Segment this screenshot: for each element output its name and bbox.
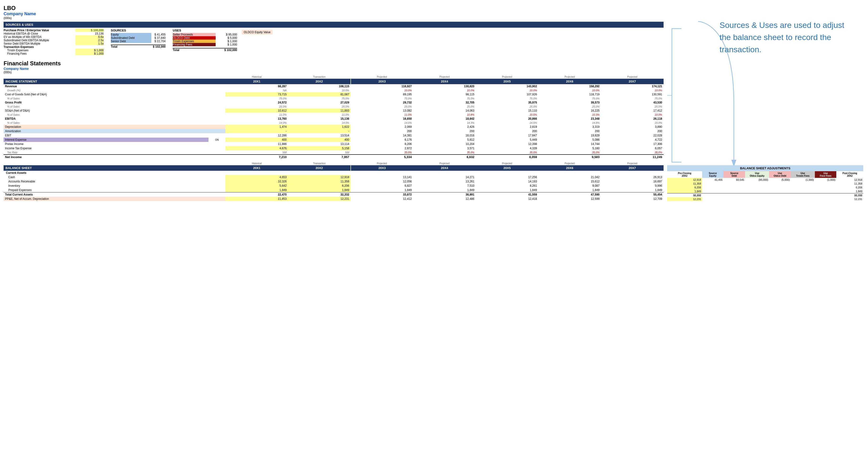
lbo-title: LBO bbox=[4, 5, 663, 11]
gross-profit-row: Gross Profit 24,572 27,029 29,732 32,705… bbox=[4, 100, 663, 105]
balance-sheet-table: Historical Transaction Projected Project… bbox=[4, 162, 663, 201]
balance-sheet-header: BALANCE SHEET bbox=[4, 165, 225, 171]
inventory-label: Inventory bbox=[4, 184, 225, 188]
amortization-label: Amortization bbox=[4, 129, 225, 133]
uses-total-value: $ 102,000 bbox=[216, 48, 237, 52]
rev-20x6: 158,292 bbox=[538, 84, 601, 88]
uses-section: USES Seller Proceeds $ 95,000 OLDCO Debt… bbox=[165, 29, 237, 55]
rev-20x2: 108,115 bbox=[288, 84, 351, 88]
prepaid-row: Prepaid Expenses 1,849 1,849 1,849 1,849… bbox=[4, 188, 663, 193]
ev-mult-label: EV as Multiple of Min EBITDA bbox=[4, 35, 75, 39]
proj4-period-label: Projected bbox=[538, 75, 601, 79]
growth-row: Growth (%) NA 10.0% 10.0% 10.0% 10.0% 10… bbox=[4, 88, 663, 92]
ppe-row: PP&E, Net of Accum. Depreciation 11,853 … bbox=[4, 197, 663, 201]
trnstn-exp-row: Trnstn Expenses $ 1,000 bbox=[4, 49, 104, 52]
seller-proc-label: Seller Proceeds bbox=[173, 33, 216, 36]
post-closing-header: Post-Closing20X2 bbox=[836, 171, 863, 178]
use-oldco-equity-header: UseOldco Equity bbox=[745, 171, 769, 178]
pretax-label: Pretax Income bbox=[4, 142, 225, 146]
sources-label: SOURCES bbox=[111, 29, 165, 32]
adj-cash-use-eq: (95,000) bbox=[745, 178, 769, 182]
purchase-price-section: Purchase Price / Enterprise Value $ 100,… bbox=[4, 29, 104, 55]
total-current-assets-row: Total Current Assets 22,470 32,332 33,87… bbox=[4, 193, 663, 197]
cash-20x1: 4,653 bbox=[225, 175, 288, 179]
adj-prepaid-pre: 1,849 bbox=[667, 189, 702, 194]
is-period-20x4: 20X4 bbox=[413, 79, 476, 84]
growth-label: Growth (%) bbox=[4, 88, 225, 92]
is-period-20x6: 20X6 bbox=[538, 79, 601, 84]
rev-20x1: 98,287 bbox=[225, 84, 288, 88]
sub-debt-mult-value: 2.5x bbox=[75, 39, 104, 42]
senior-debt-mult-row: Senior Debt EBITDA Multiple 1.5x bbox=[4, 42, 104, 45]
ev-multiple-row: EV as Multiple of Min EBITDA 6.6x bbox=[4, 35, 104, 39]
uses-total-label: Total bbox=[173, 48, 216, 52]
left-panel: LBO Company Name (000s) SOURCES & USES P… bbox=[0, 0, 667, 206]
is-period-20x7: 20X7 bbox=[601, 79, 663, 84]
adj-cash-row: 12,918 41,455 60,545 (95,000) (5,000) (1… bbox=[667, 178, 863, 182]
bs-adj-header: BALANCE SHEET ADJUSTMENTS bbox=[667, 165, 863, 171]
fin-stmt-title: Financial Statements bbox=[4, 60, 663, 67]
cash-20x5: 17,256 bbox=[476, 175, 538, 179]
sga-pct-row: % of Sales 11.0% 11.0% 11.0% 10.8% 10.5%… bbox=[4, 113, 663, 117]
sub-debt-mult-label: Subordinated Debt EBITDA Multiple bbox=[4, 39, 75, 42]
pre-closing-header: Pre-Closing20X2 bbox=[667, 171, 702, 178]
rev-20x7: 174,121 bbox=[601, 84, 663, 88]
inventory-row: Inventory 5,642 6,206 6,827 7,510 8,261 … bbox=[4, 184, 663, 188]
fin-fees-use-label: Financing Fees bbox=[173, 43, 216, 46]
oldco-debt-label: OLDCO Debt bbox=[173, 36, 216, 39]
growth-20x2: 10.0% bbox=[288, 88, 351, 92]
bs-header-row: BALANCE SHEET 20X1 20X2 20X3 20X4 20X5 2… bbox=[4, 165, 663, 171]
cash-row: Cash 4,653 12,918 13,141 14,271 17,256 2… bbox=[4, 175, 663, 179]
trxn-expenses-header-row: Transaction Expenses bbox=[4, 45, 104, 49]
proj1-period-label: Projected bbox=[351, 75, 413, 79]
use-trnstn-fees-header: UseTrnstn Fees bbox=[791, 171, 815, 178]
adj-tca-post: 32,332 bbox=[836, 194, 863, 198]
tax-expense-row: Income Tax Expense 4,676 5,158 2,872 3,5… bbox=[4, 146, 663, 150]
seller-proc-value: $ 95,000 bbox=[216, 33, 237, 36]
cogs-20x7: 130,591 bbox=[601, 92, 663, 96]
fin-fees-value: $ 1,000 bbox=[75, 52, 104, 55]
rev-20x4: 130,820 bbox=[413, 84, 476, 88]
adj-cash-src-debt: 60,545 bbox=[723, 178, 745, 182]
rev-20x5: 143,902 bbox=[476, 84, 538, 88]
seller-proceeds-row: Seller Proceeds $ 95,000 bbox=[173, 33, 237, 36]
purchase-price-row: Purchase Price / Enterprise Value $ 100,… bbox=[4, 29, 104, 32]
ebit-label: EBIT bbox=[4, 133, 225, 138]
equity-source-row: Equity $ 41,455 bbox=[111, 33, 165, 36]
adj-cash-use-trn: (1,000) bbox=[791, 178, 815, 182]
cogs-20x5: 107,926 bbox=[476, 92, 538, 96]
ar-label: Accounts Receivable bbox=[4, 179, 225, 184]
uses-total-row: Total $ 102,000 bbox=[173, 48, 237, 52]
use-fnce-fees-header: UseFnce Fees bbox=[815, 171, 836, 178]
senior-debt-src-value: $ 22,704 bbox=[151, 39, 165, 43]
equity-src-label: Equity bbox=[111, 33, 151, 36]
bs-col-header-row: Historical Transaction Projected Project… bbox=[4, 162, 663, 165]
interest-on-label: ON bbox=[209, 138, 226, 142]
senior-debt-source-row: Senior Debt $ 22,704 bbox=[111, 39, 165, 43]
cash-20x6: 21,042 bbox=[538, 175, 601, 179]
brace-graphic bbox=[667, 24, 686, 167]
adj-cash-src-eq: 41,455 bbox=[702, 178, 723, 182]
source-debt-header: SourceDebt bbox=[723, 171, 745, 178]
sources-total-label: Total bbox=[111, 45, 151, 49]
cogs-label: Cost of Goods Sold (Net of D&A) bbox=[4, 92, 225, 96]
ebitda-value: 15,136 bbox=[75, 32, 104, 35]
adj-prepaid-post: 1,849 bbox=[836, 189, 863, 194]
sub-debt-source-row: Subordinated Debt $ 37,840 bbox=[111, 36, 165, 39]
is-period-20x3: 20X3 bbox=[351, 79, 413, 84]
oldco-equity-section: OLDCO Equity Value bbox=[237, 29, 273, 55]
source-equity-header: SourceEquity bbox=[702, 171, 723, 178]
trnstn-exp-use-row: Trnstn Expenses $ 1,000 bbox=[173, 39, 237, 43]
current-assets-header: Current Assets bbox=[4, 171, 663, 175]
trnstn-exp-use-value: $ 1,000 bbox=[216, 39, 237, 43]
sub-debt-src-label: Subordinated Debt bbox=[111, 36, 151, 39]
ebitda-pct-row: % of Sales 14.0% 14.0% 14.0% 14.3% 14.5%… bbox=[4, 121, 663, 125]
gp-pct-row: % of Sales 25.0% 25.0% 25.0% 25.0% 25.0%… bbox=[4, 105, 663, 109]
cash-20x7: 26,913 bbox=[601, 175, 663, 179]
tax-rate-label: Tax Rate bbox=[4, 150, 225, 154]
adj-cash-use-fnc: (1,000) bbox=[815, 178, 836, 182]
tax-exp-label: Income Tax Expense bbox=[4, 146, 225, 150]
adj-ppe-post: 12,231 bbox=[836, 197, 863, 201]
rev-20x3: 118,927 bbox=[351, 84, 413, 88]
senior-debt-src-label: Senior Debt bbox=[111, 39, 151, 43]
